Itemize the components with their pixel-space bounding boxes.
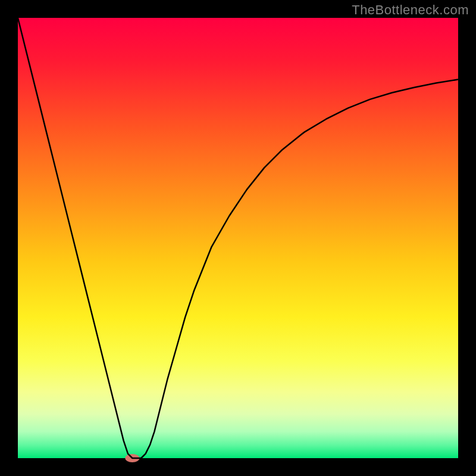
plot-background <box>18 18 458 458</box>
chart-frame: TheBottleneck.com <box>0 0 476 476</box>
bottleneck-chart <box>0 0 476 476</box>
watermark-text: TheBottleneck.com <box>352 2 469 18</box>
